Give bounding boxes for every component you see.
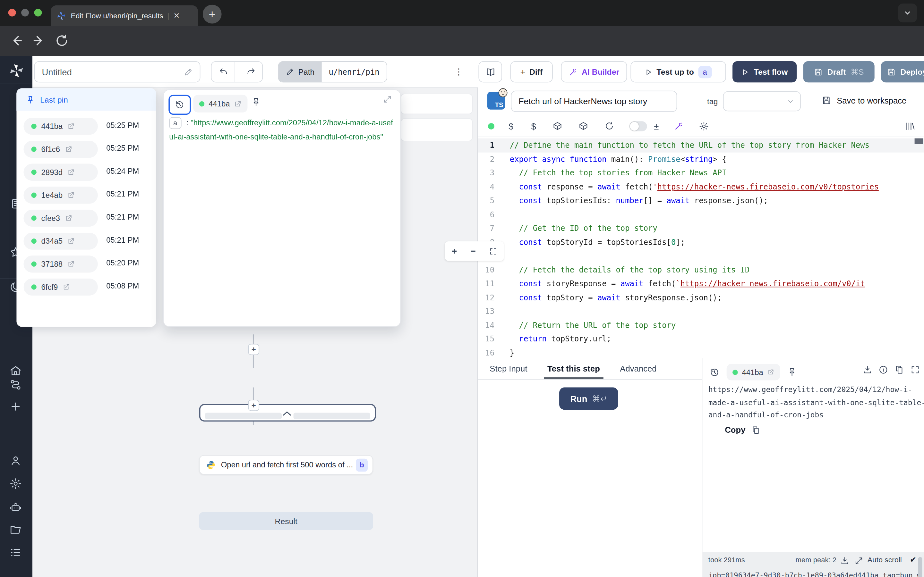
windmill-logo[interactable]: [9, 63, 24, 79]
code-line[interactable]: 1// Define the main function to fetch th…: [478, 139, 924, 152]
back-button[interactable]: [9, 34, 23, 48]
pin-list-item[interactable]: cfee305:21 PM: [16, 207, 156, 230]
insert-step-button[interactable]: +: [248, 344, 259, 355]
step-summary-input[interactable]: Fetch url of HackerNews top story: [511, 91, 677, 112]
expand-popup-icon[interactable]: [383, 95, 392, 104]
cost-icon[interactable]: $: [509, 121, 513, 131]
diff-button[interactable]: ± Diff: [510, 61, 553, 82]
code-editor[interactable]: 1// Define the main function to fetch th…: [478, 137, 924, 358]
step-node-python[interactable]: Open url and fetch first 500 words of ..…: [199, 455, 373, 475]
copy-button[interactable]: Copy: [725, 425, 760, 434]
sidebar-home-icon[interactable]: [9, 364, 22, 377]
editor-settings-gear-icon[interactable]: [699, 121, 709, 131]
sidebar-route-icon[interactable]: [9, 379, 22, 392]
run-id-pill[interactable]: cfee3: [23, 210, 97, 227]
external-link-icon[interactable]: [63, 283, 70, 291]
run-id-pill[interactable]: 1e4ab: [23, 187, 97, 203]
tab-close-icon[interactable]: ✕: [174, 11, 180, 20]
tab-test-this-step[interactable]: Test this step: [548, 364, 600, 373]
tab-search-button[interactable]: [898, 3, 917, 23]
code-line[interactable]: 13: [478, 305, 924, 318]
draft-button[interactable]: Draft ⌘S: [803, 61, 874, 82]
ai-builder-button[interactable]: AI Builder: [561, 61, 627, 82]
sidebar-gear-icon[interactable]: [9, 478, 22, 490]
library-icon[interactable]: [905, 121, 915, 131]
collapse-chevron-icon[interactable]: [282, 410, 292, 417]
code-line[interactable]: 16}: [478, 346, 924, 358]
code-line[interactable]: 14 // Return the URL of the top story: [478, 318, 924, 332]
run-id-pill[interactable]: 37188: [23, 255, 97, 272]
ai-assistant-icon[interactable]: [674, 121, 683, 131]
pin-icon[interactable]: [787, 367, 796, 377]
flow-input-node[interactable]: [401, 93, 473, 114]
history-button[interactable]: [168, 95, 191, 115]
tab-advanced[interactable]: Advanced: [620, 364, 656, 373]
package-icon[interactable]: [552, 121, 562, 131]
more-options-icon[interactable]: ⋮: [454, 67, 463, 77]
plusminus-icon[interactable]: ±: [654, 121, 659, 131]
tag-select[interactable]: [723, 91, 801, 111]
undo-button[interactable]: [212, 62, 235, 82]
cost-icon[interactable]: $: [531, 121, 536, 131]
download-icon[interactable]: [863, 365, 872, 374]
info-icon[interactable]: [879, 365, 888, 374]
run-button[interactable]: Run ⌘↵: [559, 388, 618, 410]
expand-logs-icon[interactable]: [855, 556, 863, 566]
minimap-slider[interactable]: [915, 139, 923, 144]
external-link-icon[interactable]: [65, 145, 73, 153]
zoom-in-icon[interactable]: +: [451, 246, 457, 256]
code-line[interactable]: 15 return topStory.url;: [478, 332, 924, 346]
code-line[interactable]: 4 const response = await fetch('https://…: [478, 180, 924, 193]
code-line[interactable]: 7 // Get the ID of the top story: [478, 221, 924, 235]
flow-title-input[interactable]: Untitled: [34, 61, 200, 82]
external-link-icon[interactable]: [234, 100, 242, 107]
code-line[interactable]: 6: [478, 207, 924, 221]
result-node[interactable]: Result: [199, 512, 373, 530]
test-up-to-step-badge[interactable]: a: [698, 66, 712, 78]
code-line[interactable]: 8 const topStoryId = topStoriesIds[0];: [478, 235, 924, 249]
test-up-to-button[interactable]: Test up to a: [630, 61, 726, 82]
flow-node[interactable]: [401, 118, 473, 141]
autoscroll-checkbox[interactable]: ✔: [910, 555, 916, 564]
deploy-button[interactable]: Deploy: [881, 61, 924, 82]
pin-list-item[interactable]: 3718805:20 PM: [16, 253, 156, 276]
fit-view-icon[interactable]: [489, 247, 497, 255]
reload-icon[interactable]: [604, 121, 614, 131]
minimize-window-button[interactable]: [21, 9, 29, 17]
code-line[interactable]: 12 const topStory = await storyResponse.…: [478, 290, 924, 304]
code-line[interactable]: 2export async function main(): Promise<s…: [478, 152, 924, 166]
sidebar-plus-icon[interactable]: [9, 400, 22, 413]
zoom-out-icon[interactable]: −: [470, 246, 476, 256]
external-link-icon[interactable]: [67, 168, 75, 176]
code-line[interactable]: 9: [478, 249, 924, 263]
external-link-icon[interactable]: [67, 122, 75, 130]
pin-list-item[interactable]: 6f1c605:25 PM: [16, 138, 156, 161]
external-link-icon[interactable]: [65, 214, 73, 222]
path-label-segment[interactable]: Path: [279, 62, 322, 82]
clipboard-icon[interactable]: [895, 365, 904, 374]
tab-step-input[interactable]: Step Input: [489, 364, 527, 373]
run-id-pill[interactable]: 2893d: [23, 164, 97, 181]
selected-step-node[interactable]: [199, 404, 376, 422]
code-line[interactable]: 10 // Fetch the details of the top story…: [478, 263, 924, 277]
external-link-icon[interactable]: [67, 237, 75, 245]
pin-list-item[interactable]: d34a505:21 PM: [16, 229, 156, 253]
redo-button[interactable]: [239, 62, 262, 82]
sidebar-robot-icon[interactable]: [9, 501, 22, 514]
history-icon[interactable]: [709, 367, 719, 377]
pin-icon[interactable]: [251, 97, 261, 107]
pin-list-item[interactable]: 2893d05:24 PM: [16, 161, 156, 184]
sidebar-list-icon[interactable]: [9, 546, 22, 559]
pinned-run-pill[interactable]: 441ba: [193, 95, 247, 113]
browser-tab[interactable]: Edit Flow u/henri/pin_results | ✕: [51, 5, 198, 26]
code-line[interactable]: 3 // Fetch the top stories from Hacker N…: [478, 166, 924, 180]
external-link-icon[interactable]: [67, 191, 75, 199]
diff-toggle[interactable]: [629, 121, 647, 131]
code-line[interactable]: 5 const topStoriesIds: number[] = await …: [478, 193, 924, 207]
sidebar-folder-icon[interactable]: [9, 524, 22, 536]
test-flow-button[interactable]: Test flow: [732, 61, 796, 82]
pin-list-item[interactable]: 6fcf905:08 PM: [16, 276, 156, 299]
fullscreen-icon[interactable]: [911, 365, 920, 374]
vertical-scrollbar[interactable]: [918, 557, 922, 577]
code-line[interactable]: 11 const storyResponse = await fetch(`ht…: [478, 277, 924, 290]
